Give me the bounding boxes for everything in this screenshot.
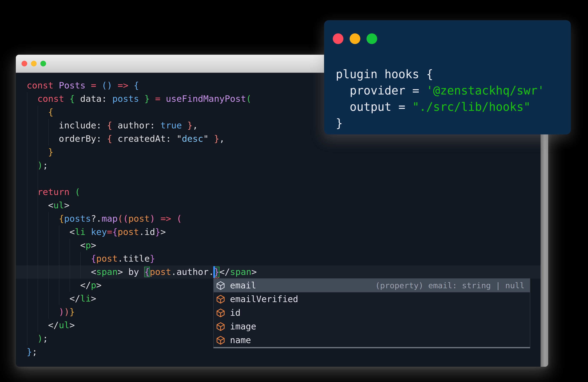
code-token: () <box>102 80 112 91</box>
suggest-item-name[interactable]: name <box>214 333 530 347</box>
code-token: ul <box>59 320 69 330</box>
code-token: li <box>80 293 91 304</box>
code-line[interactable]: } <box>336 115 545 132</box>
traffic-lights <box>333 33 377 44</box>
code-token: orderBy: <box>27 134 107 144</box>
code-token: p <box>85 240 91 250</box>
code-token: plugin hooks { <box>336 67 433 81</box>
code-token: ) <box>37 333 43 344</box>
traffic-lights <box>21 61 46 66</box>
code-token: Posts <box>59 80 91 91</box>
code-token: > <box>96 280 102 290</box>
field-icon <box>216 335 225 345</box>
code-token: < <box>27 267 96 277</box>
code-token: } <box>187 120 192 131</box>
close-button[interactable] <box>333 33 343 44</box>
minimize-button[interactable] <box>350 33 360 44</box>
code-token: posts <box>64 213 91 224</box>
code-token: author: <box>118 120 161 131</box>
code-token: } <box>336 116 343 130</box>
code-token <box>139 94 144 104</box>
suggest-item-label: id <box>230 308 240 318</box>
code-token: { <box>48 107 53 117</box>
code-token: = <box>107 227 112 237</box>
plugin-config-window[interactable]: plugin hooks { provider = '@zenstackhq/s… <box>324 20 571 134</box>
minimize-button[interactable] <box>31 61 37 66</box>
code-token: return <box>37 187 75 197</box>
code-line[interactable]: plugin hooks { <box>336 66 545 82</box>
code-line[interactable]: return ( <box>16 185 541 199</box>
code-token <box>27 307 59 317</box>
code-token: { <box>107 134 118 144</box>
code-token <box>27 187 37 197</box>
suggest-item-label: email <box>230 280 256 290</box>
code-token: ( <box>118 213 123 224</box>
code-token: key <box>91 227 107 237</box>
code-token: span <box>96 267 118 277</box>
code-token <box>27 160 37 171</box>
code-line[interactable]: <p> <box>16 239 541 252</box>
code-token: useFindManyPost <box>166 94 246 104</box>
code-token: posts <box>112 94 139 104</box>
code-token: ( <box>246 94 251 104</box>
suggest-item-image[interactable]: image <box>214 320 530 333</box>
code-token: </ <box>27 280 91 290</box>
code-line[interactable]: output = "./src/lib/hooks" <box>336 99 545 115</box>
code-token: > <box>161 227 166 237</box>
field-icon <box>216 281 225 290</box>
code-token: ; <box>43 333 48 344</box>
code-line[interactable]: <span> by {post.author.}</span> <box>16 265 541 279</box>
code-token: = <box>155 94 166 104</box>
code-token: include: <box>27 120 107 131</box>
code-token: output = <box>336 100 412 114</box>
code-token: ( <box>75 187 80 197</box>
code-token: { <box>69 94 80 104</box>
suggest-item-label: emailVerified <box>230 294 298 304</box>
field-icon <box>216 294 225 304</box>
code-token <box>182 120 187 131</box>
code-token: } <box>48 147 53 157</box>
code-token: { <box>112 227 118 237</box>
code-token: ) <box>37 160 43 171</box>
code-line[interactable]: ); <box>16 159 541 172</box>
code-line[interactable] <box>16 172 541 185</box>
code-token: ) <box>59 307 64 317</box>
zoom-button[interactable] <box>367 33 377 44</box>
suggest-item-id[interactable]: id <box>214 306 530 320</box>
code-token: ( <box>123 213 128 224</box>
code-token: } <box>155 227 161 237</box>
code-token: , <box>219 134 225 144</box>
code-token: post <box>128 213 150 224</box>
suggest-item-label: image <box>230 322 256 332</box>
code-token: { <box>59 213 64 224</box>
code-line[interactable]: } <box>16 145 541 159</box>
code-token <box>85 227 91 237</box>
code-token: { <box>134 80 139 91</box>
code-token: > <box>91 240 96 250</box>
code-line[interactable]: <ul> <box>16 199 541 212</box>
code-line[interactable]: provider = '@zenstackhq/swr' <box>336 82 545 99</box>
autocomplete-dropdown: email(property) email: string | nullemai… <box>213 278 530 348</box>
zoom-button[interactable] <box>40 61 46 66</box>
code-token: span <box>230 267 251 277</box>
code-line[interactable]: {posts?.map((post) => ( <box>16 212 541 225</box>
code-token: </ <box>27 293 80 304</box>
code-token: { <box>144 267 150 277</box>
code-token: .title <box>118 253 150 264</box>
desktop-background: { "palette":{ "red":"#ef596f","purple":"… <box>0 0 588 382</box>
code-line[interactable]: <li key={post.id}> <box>16 225 541 239</box>
plugin-config-code: plugin hooks { provider = '@zenstackhq/s… <box>336 66 545 132</box>
code-token: </ <box>219 267 230 277</box>
close-button[interactable] <box>21 61 27 66</box>
code-line[interactable]: {post.title} <box>16 252 541 265</box>
code-token: desc <box>182 134 203 144</box>
code-token: ; <box>43 160 48 171</box>
code-token <box>27 107 48 117</box>
code-token <box>27 213 59 224</box>
code-token: < <box>27 227 75 237</box>
code-token <box>27 147 48 157</box>
code-token: } <box>27 347 32 357</box>
suggest-item-email[interactable]: email(property) email: string | null <box>214 279 530 292</box>
suggest-item-emailVerified[interactable]: emailVerified <box>214 292 530 306</box>
code-token: data: <box>80 94 112 104</box>
